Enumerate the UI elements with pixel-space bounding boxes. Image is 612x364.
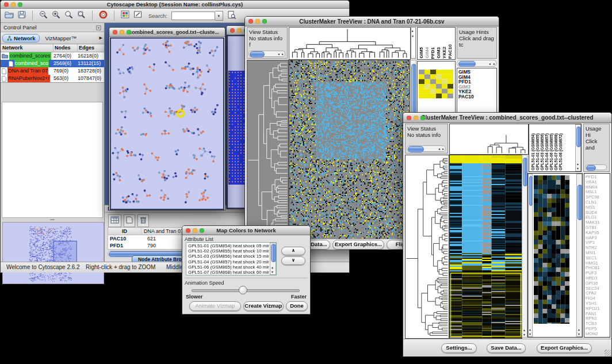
- column-label[interactable]: GPL51-06 (GSM865): [549, 133, 553, 171]
- table-row-combined-sco-selected[interactable]: combined_sco 2569(6) 13112(15): [1, 60, 104, 67]
- close-button[interactable]: [407, 116, 411, 120]
- scroll-right-icon[interactable]: ▸: [282, 52, 284, 56]
- table-row-dna-tran[interactable]: DNA and Tran 07 769(0) 183728(0): [1, 67, 104, 75]
- minimize-button[interactable]: [120, 30, 124, 35]
- treeview2-row-dendrogram[interactable]: [405, 155, 449, 339]
- attribute-item[interactable]: GPL51-02 (GSM855) heat shock 10 min: [188, 248, 269, 254]
- close-button[interactable]: [248, 19, 253, 24]
- search-dropdown-icon[interactable]: ▾: [215, 11, 223, 21]
- scrollbar-thumb[interactable]: [529, 176, 533, 206]
- column-label[interactable]: PAC10: [447, 44, 453, 59]
- column-header-edges[interactable]: Edges: [78, 44, 102, 52]
- scroll-up-icon[interactable]: ▴: [529, 328, 531, 331]
- gene-label[interactable]: PAC10: [458, 94, 495, 99]
- vizmapper-icon[interactable]: [121, 10, 129, 21]
- scroll-up-icon[interactable]: ▴: [577, 162, 579, 166]
- zoom-in-icon[interactable]: [52, 10, 60, 21]
- advanced-search-icon[interactable]: [227, 10, 236, 21]
- dense-network-canvas[interactable]: [228, 71, 246, 185]
- minimize-button[interactable]: [237, 28, 242, 33]
- scroll-up-icon[interactable]: ▴: [578, 328, 580, 331]
- scroll-down-icon[interactable]: ▾: [523, 333, 525, 336]
- dialog-titlebar[interactable]: Map Colors to Network: [182, 226, 310, 235]
- export-graphics-button[interactable]: Export Graphics...: [537, 343, 592, 353]
- treeview1-row-dendrogram[interactable]: [247, 60, 289, 239]
- float-panel-icon[interactable]: [96, 22, 101, 33]
- main-titlebar[interactable]: Cytoscape Desktop (Session Name: collins…: [1, 1, 349, 9]
- treeview1-hscrollbar[interactable]: ◂ ▸: [457, 60, 497, 67]
- column-label[interactable]: PFD1: [430, 47, 435, 59]
- open-session-icon[interactable]: [5, 10, 14, 21]
- minimize-button[interactable]: [414, 116, 418, 120]
- scrollbar-thumb[interactable]: [577, 185, 582, 220]
- zoom-button[interactable]: [262, 19, 267, 24]
- column-label[interactable]: GIM4: [424, 47, 430, 59]
- zoom-button[interactable]: [127, 30, 131, 35]
- scroll-up-icon[interactable]: ▴: [271, 266, 273, 269]
- scroll-down-icon[interactable]: ▾: [578, 332, 580, 336]
- select-attributes-icon[interactable]: [108, 214, 121, 227]
- zoom-fit-icon[interactable]: [64, 10, 73, 21]
- close-button[interactable]: [230, 28, 235, 33]
- scroll-right-icon[interactable]: ▸: [412, 29, 414, 33]
- done-button[interactable]: Done: [286, 301, 308, 311]
- move-down-button[interactable]: ∨: [281, 256, 305, 265]
- column-labels-vscrollbar[interactable]: ▴ ▾: [575, 124, 581, 171]
- column-label[interactable]: GIM5: [419, 47, 424, 59]
- search-input[interactable]: [171, 12, 215, 20]
- network-view-canvas[interactable]: [110, 37, 224, 210]
- treeview1-similarity-matrix[interactable]: [419, 70, 453, 98]
- move-up-button[interactable]: ∧: [281, 247, 305, 255]
- settings-button[interactable]: Settings...: [441, 343, 477, 353]
- scrollbar-thumb[interactable]: [523, 158, 527, 186]
- zoom-button[interactable]: [18, 2, 22, 7]
- column-label[interactable]: YKE2: [442, 47, 447, 59]
- usage-hints-hscrollbar[interactable]: [585, 164, 607, 170]
- column-header-network[interactable]: Network: [1, 44, 53, 52]
- attribute-item[interactable]: GPL51-04 (GSM857) heat shock 20 min: [188, 259, 269, 265]
- attribute-item[interactable]: GPL51-07 (GSM868) heat shock 60 min: [188, 270, 269, 274]
- column-label[interactable]: GPL51-01 (GSM854): [531, 133, 535, 171]
- scroll-down-icon[interactable]: ▾: [412, 35, 414, 38]
- column-label[interactable]: GPL51-07 (GSM868): [554, 133, 558, 171]
- help-lifering-icon[interactable]: [99, 10, 108, 21]
- view-status-hscrollbar[interactable]: ◂ ▸: [248, 51, 285, 57]
- tab-network[interactable]: Network: [2, 34, 40, 43]
- treeview2-titlebar[interactable]: ClusterMaker TreeView : combined_scores_…: [403, 113, 611, 123]
- create-vizmap-button[interactable]: Create Vizmap: [243, 301, 284, 311]
- zoom-button[interactable]: [420, 116, 425, 120]
- scroll-left-icon[interactable]: ◂: [438, 147, 440, 151]
- animation-speed-slider[interactable]: [239, 286, 247, 294]
- scroll-up-icon[interactable]: ▴: [523, 328, 525, 332]
- treeview2-column-dendrogram[interactable]: [449, 124, 529, 155]
- network-overview-navigator[interactable]: [2, 222, 104, 284]
- minimize-button[interactable]: [193, 228, 197, 233]
- column-label[interactable]: GPL51-03 (GSM856): [540, 133, 544, 171]
- close-button[interactable]: [113, 30, 117, 35]
- tab-overflow-icon[interactable]: ▶: [100, 36, 102, 40]
- annotation-icon[interactable]: [133, 10, 142, 21]
- zoom-button[interactable]: [200, 228, 204, 233]
- scrollbar-thumb[interactable]: [271, 244, 276, 262]
- minimize-button[interactable]: [255, 19, 260, 24]
- minimize-button[interactable]: [11, 2, 16, 7]
- attribute-list-vscrollbar[interactable]: ▴ ▾: [270, 243, 276, 275]
- treeview2-heatmap[interactable]: [449, 155, 522, 339]
- resize-grip[interactable]: [605, 350, 611, 356]
- treeview1-titlebar[interactable]: ClusterMaker TreeView : DNA and Tran 07-…: [245, 17, 499, 26]
- scroll-down-icon[interactable]: ▾: [271, 270, 273, 274]
- treeview2-vscrollbar[interactable]: ▴ ▾: [522, 155, 527, 338]
- treeview1-column-dendrogram[interactable]: [289, 27, 411, 60]
- close-button[interactable]: [186, 228, 190, 233]
- close-button[interactable]: [4, 2, 9, 7]
- export-graphics-button[interactable]: Export Graphics...: [332, 240, 384, 250]
- scroll-down-icon[interactable]: ▾: [577, 167, 579, 170]
- save-session-icon[interactable]: [18, 10, 26, 21]
- scrollbar-thumb[interactable]: [458, 61, 476, 67]
- scrollbar-thumb[interactable]: [250, 51, 265, 58]
- panel-splitter[interactable]: [1, 218, 104, 221]
- scrollbar-thumb[interactable]: [586, 165, 596, 171]
- scrollbar-thumb[interactable]: [408, 146, 424, 152]
- column-header-id[interactable]: ID: [108, 228, 141, 235]
- column-label[interactable]: GPL51-04 (GSM857): [545, 133, 549, 171]
